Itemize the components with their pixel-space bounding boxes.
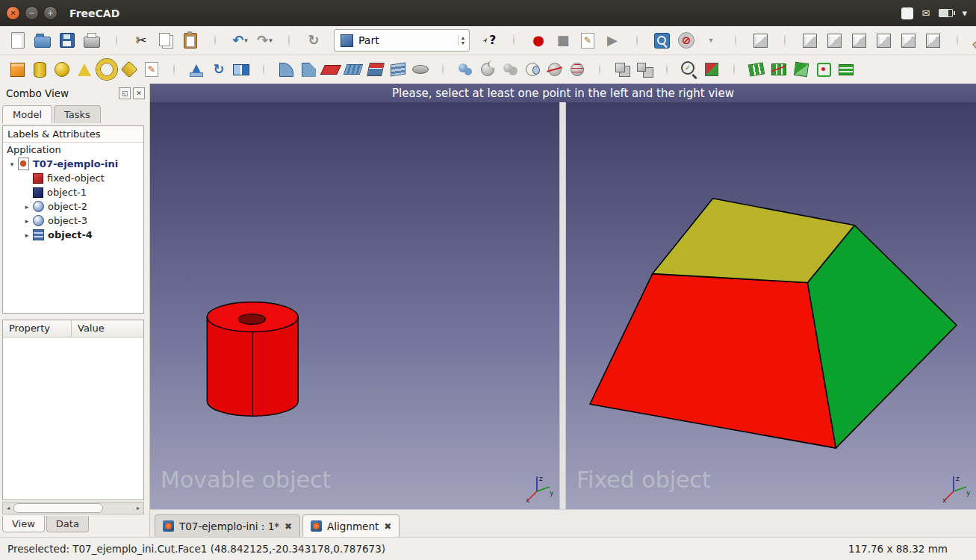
macro-play-button[interactable]: ▶ bbox=[600, 29, 625, 52]
part-slice-button[interactable] bbox=[768, 58, 790, 81]
view-right-button[interactable] bbox=[847, 29, 871, 52]
maximize-button[interactable]: + bbox=[43, 6, 57, 20]
macro-edit-button[interactable]: ✎ bbox=[576, 29, 600, 52]
mail-indicator[interactable]: ✉ bbox=[922, 8, 930, 18]
refresh-button[interactable]: ↻ bbox=[302, 29, 326, 52]
paste-button[interactable] bbox=[178, 29, 203, 52]
part-mirror-button[interactable] bbox=[230, 58, 252, 81]
part-cone-button[interactable] bbox=[73, 58, 96, 81]
part-compound-button[interactable] bbox=[611, 58, 633, 81]
print-button[interactable] bbox=[80, 29, 105, 52]
tree-item-object-3[interactable]: ▸ object-3 bbox=[3, 214, 143, 228]
part-defeaturing-button[interactable] bbox=[700, 58, 723, 81]
view-top-button[interactable] bbox=[822, 29, 847, 52]
tree-item-document[interactable]: ▾ T07-ejemplo-ini bbox=[3, 157, 143, 171]
part-slice-apart-button[interactable] bbox=[745, 58, 768, 81]
part-union-button[interactable] bbox=[499, 58, 521, 81]
part-xor-button[interactable] bbox=[812, 58, 835, 81]
viewport-movable-object[interactable]: Movable object z y x bbox=[150, 102, 559, 509]
part-revolve-button[interactable]: ↻ bbox=[208, 58, 230, 81]
value-column-header[interactable]: Value bbox=[72, 320, 143, 337]
view-bottom-button[interactable] bbox=[896, 29, 921, 52]
tree-item-fixed-object[interactable]: fixed-object bbox=[3, 171, 143, 185]
close-panel-icon[interactable]: ✕ bbox=[133, 87, 145, 99]
part-cylinder-button[interactable] bbox=[28, 58, 51, 81]
macro-stop-button[interactable]: ■ bbox=[551, 29, 576, 52]
part-extrude-button[interactable]: ▲ bbox=[185, 58, 208, 81]
keyboard-indicator[interactable] bbox=[901, 7, 913, 19]
view-axonometric-button[interactable] bbox=[748, 29, 773, 52]
part-chamfer-button[interactable] bbox=[297, 58, 320, 81]
viewport-fixed-object[interactable]: Fixed object z y x bbox=[566, 102, 976, 509]
zoom-box-button[interactable] bbox=[650, 29, 674, 52]
mdi-tab-document[interactable]: T07-ejemplo-ini : 1* ✖ bbox=[155, 514, 300, 538]
scrollbar-thumb[interactable] bbox=[13, 503, 103, 513]
part-split-sections-button[interactable] bbox=[835, 58, 857, 81]
close-tab-icon[interactable]: ✖ bbox=[384, 521, 391, 532]
part-shapebuilder-button[interactable]: ✎ bbox=[140, 58, 163, 81]
tab-data[interactable]: Data bbox=[46, 516, 89, 532]
tree-expand-arrow[interactable]: ▸ bbox=[22, 217, 31, 225]
battery-indicator[interactable] bbox=[939, 9, 953, 17]
scroll-left-icon[interactable]: ◂ bbox=[3, 503, 13, 514]
macro-record-button[interactable]: ● bbox=[526, 29, 551, 52]
tab-model[interactable]: Model bbox=[2, 105, 52, 123]
viewport-splitter[interactable] bbox=[559, 102, 566, 509]
part-cut-button[interactable] bbox=[476, 58, 499, 81]
part-torus-button[interactable] bbox=[96, 58, 118, 81]
part-sphere-button[interactable] bbox=[51, 58, 73, 81]
tree-expand-arrow[interactable]: ▾ bbox=[7, 161, 16, 168]
view-left-button[interactable] bbox=[921, 29, 945, 52]
property-column-header[interactable]: Property bbox=[3, 320, 72, 337]
view-rear-button[interactable] bbox=[871, 29, 896, 52]
part-explode-compound-button[interactable] bbox=[633, 58, 656, 81]
redo-button[interactable]: ↷ ▾ bbox=[252, 29, 277, 52]
copy-button[interactable] bbox=[154, 29, 178, 52]
part-intersection-button[interactable] bbox=[521, 58, 544, 81]
tree-root-application[interactable]: Application bbox=[3, 143, 143, 157]
spinner-down-icon[interactable]: ▾ bbox=[461, 40, 464, 46]
part-sweep-button[interactable] bbox=[387, 58, 409, 81]
session-menu-indicator[interactable]: ▾ bbox=[962, 8, 967, 18]
selection-mode-button[interactable]: ⊘ bbox=[674, 29, 699, 52]
part-crosssections-button[interactable] bbox=[566, 58, 588, 81]
tree-item-object-4[interactable]: ▸ object-4 bbox=[3, 228, 143, 242]
close-button[interactable]: ✕ bbox=[6, 6, 20, 20]
undo-button[interactable]: ↶ ▾ bbox=[228, 29, 252, 52]
part-box-button[interactable] bbox=[6, 58, 28, 81]
part-makeface-button[interactable] bbox=[320, 58, 342, 81]
part-loft-button[interactable] bbox=[364, 58, 387, 81]
part-offset-button[interactable] bbox=[409, 58, 432, 81]
workbench-selector[interactable]: Part ▴ ▾ bbox=[334, 29, 470, 52]
movable-object-canvas[interactable] bbox=[150, 102, 559, 509]
tab-view[interactable]: View bbox=[2, 516, 45, 532]
scroll-right-icon[interactable]: ▸ bbox=[133, 503, 143, 514]
tree-expand-arrow[interactable]: ▸ bbox=[22, 203, 31, 211]
minimize-button[interactable]: − bbox=[25, 6, 39, 20]
float-panel-icon[interactable]: ◱ bbox=[119, 87, 131, 99]
mdi-tab-alignment[interactable]: Alignment ✖ bbox=[302, 514, 400, 538]
part-check-geometry-button[interactable]: ✓ bbox=[678, 58, 700, 81]
tree-item-object-1[interactable]: object-1 bbox=[3, 185, 143, 199]
whats-this-button[interactable]: ? bbox=[477, 29, 502, 52]
measure-distance-button[interactable] bbox=[970, 29, 976, 52]
workbench-spinner[interactable]: ▴ ▾ bbox=[458, 35, 467, 46]
fixed-object-canvas[interactable] bbox=[566, 102, 976, 509]
part-ruledsurface-button[interactable] bbox=[342, 58, 364, 81]
part-boolean-button[interactable] bbox=[454, 58, 476, 81]
open-file-button[interactable] bbox=[31, 29, 55, 52]
part-section-button[interactable] bbox=[544, 58, 566, 81]
view-front-button[interactable] bbox=[798, 29, 822, 52]
horizontal-scrollbar[interactable]: ◂ ▸ bbox=[2, 502, 144, 514]
new-file-button[interactable] bbox=[6, 29, 31, 52]
save-button[interactable] bbox=[55, 29, 80, 52]
tab-tasks[interactable]: Tasks bbox=[54, 105, 101, 123]
tree-expand-arrow[interactable]: ▸ bbox=[22, 231, 31, 239]
part-boolean-fragments-button[interactable] bbox=[790, 58, 812, 81]
part-fillet-button[interactable] bbox=[275, 58, 297, 81]
part-primitives-button[interactable] bbox=[118, 58, 140, 81]
tree-item-object-2[interactable]: ▸ object-2 bbox=[3, 199, 143, 214]
selection-mode-dropdown[interactable]: ▾ bbox=[699, 29, 724, 52]
cut-button[interactable]: ✂ bbox=[129, 29, 154, 52]
close-tab-icon[interactable]: ✖ bbox=[285, 521, 292, 532]
